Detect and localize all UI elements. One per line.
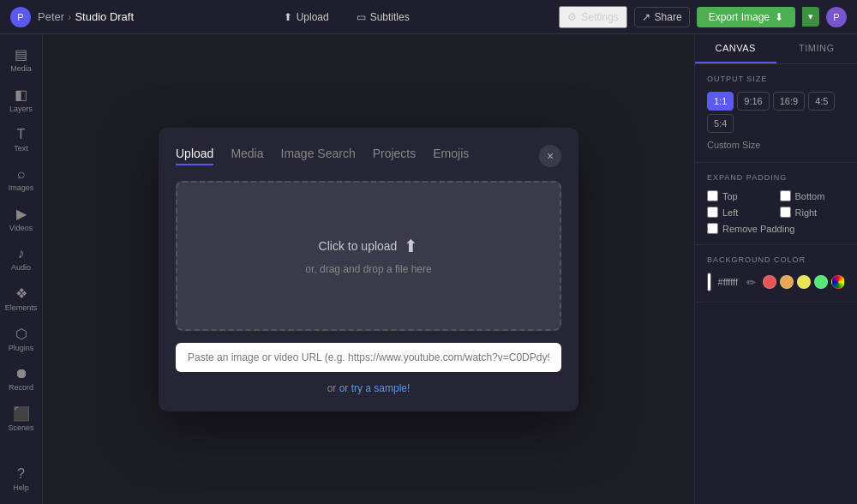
padding-top-checkbox[interactable] [707, 190, 718, 201]
settings-label: Settings [581, 11, 618, 23]
sidebar-item-label: Media [10, 64, 32, 73]
topbar-center: ⬆ Upload ▭ Subtitles [277, 8, 417, 27]
topbar-left: P Peter › Studio Draft [10, 7, 134, 27]
upload-button[interactable]: ⬆ Upload [277, 8, 336, 27]
try-sample-row: or or try a sample! [176, 382, 561, 394]
main-layout: ▤ Media ◧ Layers T Text ⌕ Images ▶ Video… [0, 34, 857, 504]
subtitles-icon: ▭ [357, 11, 366, 23]
tab-timing[interactable]: TIMING [776, 34, 858, 63]
dropzone-text-label: Click to upload [319, 239, 398, 253]
output-size-title: OUTPUT SIZE [707, 75, 845, 83]
dropzone-sub-text: or, drag and drop a file here [305, 263, 431, 275]
upload-arrow-icon: ⬆ [404, 236, 418, 256]
sidebar-item-elements[interactable]: ❖ Elements [3, 280, 40, 317]
breadcrumb-project: Studio Draft [75, 10, 134, 23]
left-sidebar: ▤ Media ◧ Layers T Text ⌕ Images ▶ Video… [0, 34, 43, 504]
breadcrumb: Peter › Studio Draft [38, 10, 134, 23]
export-icon: ⬇ [775, 11, 783, 23]
padding-right-label: Right [795, 207, 818, 218]
background-color-section: BACKGROUND COLOR #ffffff ✏ [695, 245, 857, 303]
sidebar-item-label: Text [14, 144, 28, 153]
modal-tab-projects[interactable]: Projects [373, 147, 417, 165]
layers-icon: ◧ [15, 87, 27, 103]
padding-right-row: Right [780, 207, 846, 218]
padding-bottom-checkbox[interactable] [780, 190, 791, 201]
remove-padding-label: Remove Padding [722, 224, 794, 234]
sidebar-item-text[interactable]: T Text [3, 122, 40, 158]
share-button[interactable]: ↗ Share [634, 7, 690, 27]
canvas-area: Upload Media Image Search Projects Emoji… [43, 34, 694, 504]
bg-color-hex: #ffffff [718, 277, 738, 287]
topbar-right: ⚙ Settings ↗ Share Export Image ⬇ ▾ P [559, 6, 847, 28]
remove-padding-row: Remove Padding [707, 223, 845, 234]
bg-color-swatch[interactable] [707, 273, 711, 291]
bg-color-row: #ffffff ✏ [707, 273, 845, 291]
modal-tab-upload[interactable]: Upload [176, 147, 213, 165]
subtitles-button[interactable]: ▭ Subtitles [350, 8, 417, 27]
size-btn-9-16[interactable]: 9:16 [737, 92, 769, 111]
edit-color-icon[interactable]: ✏ [746, 276, 756, 289]
sidebar-item-label: Record [9, 383, 33, 392]
breadcrumb-user[interactable]: Peter [38, 10, 64, 23]
sidebar-item-label: Audio [11, 263, 31, 272]
color-preset-red[interactable] [763, 275, 776, 289]
color-presets [763, 275, 845, 289]
avatar[interactable]: P [10, 7, 31, 27]
sidebar-item-plugins[interactable]: ⬡ Plugins [3, 321, 40, 357]
modal-close-button[interactable]: × [539, 145, 561, 167]
drop-zone[interactable]: Click to upload ⬆ or, drag and drop a fi… [176, 181, 561, 331]
expand-padding-title: EXPAND PADDING [707, 173, 845, 182]
export-dropdown-button[interactable]: ▾ [802, 7, 819, 27]
modal-tabs: Upload Media Image Search Projects Emoji… [176, 145, 561, 167]
sidebar-item-layers[interactable]: ◧ Layers [3, 81, 40, 118]
plugins-icon: ⬡ [15, 326, 27, 342]
upload-label: Upload [297, 11, 329, 23]
right-panel: CANVAS TIMING OUTPUT SIZE 1:1 9:16 16:9 … [694, 34, 857, 504]
breadcrumb-separator: › [68, 10, 71, 23]
remove-padding-checkbox[interactable] [707, 223, 718, 234]
settings-button[interactable]: ⚙ Settings [559, 6, 626, 28]
sidebar-item-help[interactable]: ? Help [3, 461, 40, 497]
padding-bottom-row: Bottom [780, 190, 846, 201]
sidebar-item-audio[interactable]: ♪ Audio [3, 241, 40, 277]
try-sample-link[interactable]: or try a sample! [339, 382, 411, 394]
color-preset-green[interactable] [814, 275, 828, 289]
modal-tab-emojis[interactable]: Emojis [433, 147, 469, 165]
color-preset-more[interactable] [831, 275, 845, 289]
color-preset-orange[interactable] [780, 275, 794, 289]
try-sample-text: or [327, 382, 339, 394]
tab-canvas[interactable]: CANVAS [695, 34, 776, 63]
sidebar-item-images[interactable]: ⌕ Images [3, 161, 40, 197]
size-btn-5-4[interactable]: 5:4 [707, 114, 734, 133]
padding-checkboxes: Top Bottom Left Right Remove Padding [707, 190, 845, 234]
padding-left-checkbox[interactable] [707, 207, 718, 218]
sidebar-item-media[interactable]: ▤ Media [3, 41, 40, 78]
sidebar-item-label: Elements [5, 303, 38, 312]
size-btn-1-1[interactable]: 1:1 [707, 92, 734, 111]
size-btn-16-9[interactable]: 16:9 [773, 92, 805, 111]
audio-icon: ♪ [18, 246, 25, 261]
share-label: Share [655, 11, 682, 23]
url-input[interactable] [176, 343, 561, 372]
modal-tab-image-search[interactable]: Image Search [281, 147, 356, 165]
padding-top-label: Top [722, 191, 738, 201]
padding-right-checkbox[interactable] [780, 207, 791, 218]
sidebar-item-label: Images [9, 183, 34, 192]
upload-icon: ⬆ [284, 11, 292, 23]
padding-top-row: Top [707, 190, 773, 201]
text-icon: T [17, 127, 26, 142]
sidebar-item-label: Layers [9, 105, 33, 113]
modal-tab-media[interactable]: Media [231, 147, 263, 165]
user-avatar[interactable]: P [826, 7, 847, 27]
size-btn-4-5[interactable]: 4:5 [808, 92, 835, 111]
sidebar-item-videos[interactable]: ▶ Videos [3, 201, 40, 237]
sidebar-item-label: Videos [9, 224, 33, 232]
images-icon: ⌕ [17, 166, 26, 182]
export-label: Export Image [709, 11, 770, 23]
color-preset-yellow[interactable] [797, 275, 811, 289]
custom-size-button[interactable]: Custom Size [707, 138, 845, 152]
videos-icon: ▶ [16, 206, 27, 222]
sidebar-item-scenes[interactable]: ⬛ Scenes [3, 400, 40, 437]
export-button[interactable]: Export Image ⬇ [697, 7, 795, 27]
sidebar-item-record[interactable]: ⏺ Record [3, 361, 40, 397]
